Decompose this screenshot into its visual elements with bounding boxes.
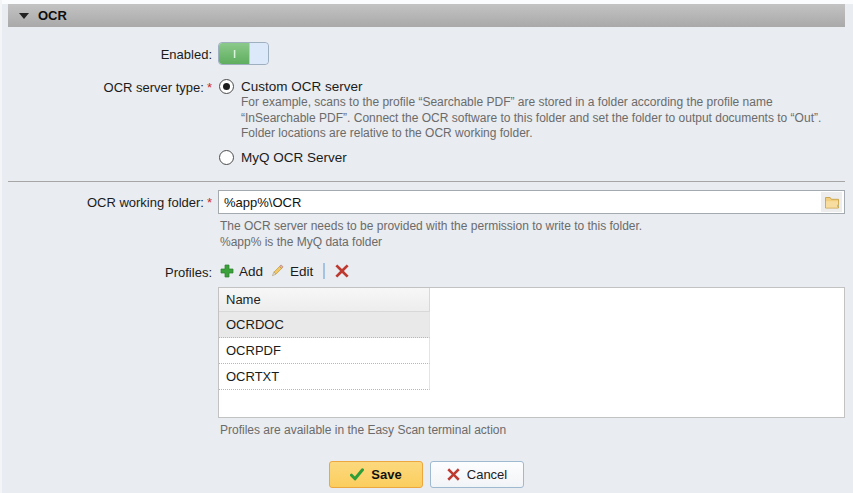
section-title: OCR	[38, 8, 67, 23]
table-row-ocrpdf[interactable]: OCRPDF	[219, 338, 430, 364]
toggle-knob	[249, 43, 268, 64]
profiles-toolbar: Add Edit	[220, 261, 349, 281]
collapse-arrow-icon	[19, 13, 29, 19]
table-header-name[interactable]: Name	[219, 288, 430, 312]
action-buttons: Save Cancel	[0, 461, 853, 488]
working-folder-help-1: The OCR server needs to be provided with…	[220, 219, 642, 233]
left-border	[0, 0, 2, 493]
save-label: Save	[371, 467, 401, 482]
radio-myq-ocr-server[interactable]	[219, 150, 234, 165]
working-folder-label: OCR working folder:*	[0, 195, 212, 210]
profiles-label: Profiles:	[0, 265, 212, 280]
section-divider	[8, 181, 845, 182]
folder-icon	[824, 195, 840, 209]
section-header-ocr[interactable]: OCR	[8, 4, 845, 27]
required-asterisk: *	[207, 80, 212, 95]
working-folder-label-text: OCR working folder:	[87, 195, 204, 210]
server-type-label-text: OCR server type:	[104, 80, 204, 95]
add-label: Add	[239, 264, 263, 279]
toggle-on-segment: I	[219, 43, 250, 64]
required-asterisk: *	[207, 195, 212, 210]
enabled-label: Enabled:	[0, 47, 212, 62]
cancel-label: Cancel	[467, 467, 507, 482]
enabled-toggle[interactable]: I	[218, 42, 269, 65]
working-folder-help-2: %app% is the MyQ data folder	[220, 235, 382, 249]
radio-custom-ocr-server[interactable]	[219, 79, 234, 94]
edit-profile-button[interactable]: Edit	[269, 263, 313, 279]
table-row-ocrtxt[interactable]: OCRTXT	[219, 364, 430, 390]
table-row-ocrdoc[interactable]: OCRDOC	[219, 312, 430, 338]
pencil-icon	[269, 263, 285, 279]
edit-label: Edit	[290, 264, 313, 279]
add-profile-button[interactable]: Add	[220, 264, 263, 279]
toolbar-separator	[323, 263, 325, 279]
cancel-button[interactable]: Cancel	[430, 461, 524, 488]
radio-custom-ocr-server-label[interactable]: Custom OCR server	[241, 79, 363, 94]
profiles-table: Name OCRDOC OCRPDF OCRTXT	[218, 287, 845, 418]
radio-myq-ocr-server-label[interactable]: MyQ OCR Server	[241, 150, 347, 165]
server-type-label: OCR server type:*	[0, 80, 212, 95]
plus-icon	[220, 264, 234, 278]
profiles-note: Profiles are available in the Easy Scan …	[220, 423, 506, 437]
delete-x-icon	[335, 264, 349, 278]
delete-profile-button[interactable]	[335, 264, 349, 278]
cancel-x-icon	[447, 468, 460, 481]
custom-ocr-description: For example, scans to the profile “Searc…	[241, 95, 841, 142]
working-folder-input[interactable]	[218, 190, 845, 214]
save-button[interactable]: Save	[329, 461, 423, 488]
browse-folder-button[interactable]	[821, 192, 842, 212]
check-icon	[350, 468, 364, 481]
